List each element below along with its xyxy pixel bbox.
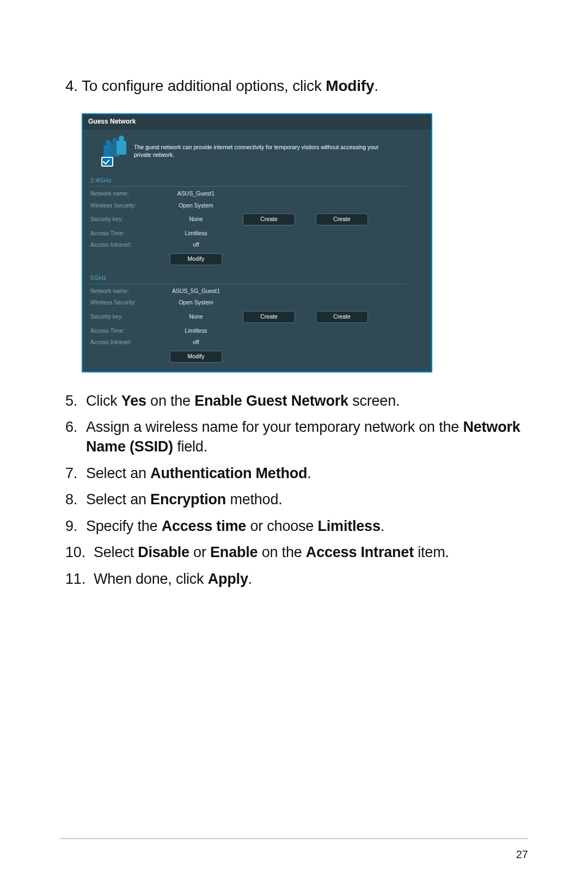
- step-text: When done, click Apply.: [94, 569, 252, 589]
- access-time-label: Access Time:: [90, 327, 156, 335]
- access-time-label: Access Time:: [90, 230, 156, 237]
- access-intranet-value: off: [163, 241, 229, 249]
- access-intranet-label: Access Intranet:: [90, 339, 156, 346]
- screenshot-description: The guest network can provide internet c…: [134, 144, 395, 158]
- screenshot-title: Guess Network: [83, 114, 431, 130]
- step-text: Select an Encryption method.: [86, 490, 283, 509]
- section-heading-5ghz: 5GHz: [90, 274, 406, 284]
- network-name-value: ASUS_Guest1: [163, 190, 229, 198]
- step-number: 8.: [65, 490, 86, 509]
- step-11: 11. When done, click Apply.: [65, 569, 528, 589]
- create-button[interactable]: Create: [243, 213, 295, 225]
- screenshot-header-row: The guest network can provide internet c…: [90, 133, 424, 173]
- wireless-security-value: Open System: [163, 299, 229, 307]
- access-time-value: Limitless: [163, 327, 229, 335]
- create-button[interactable]: Create: [243, 311, 295, 323]
- guest-network-icon: [91, 139, 126, 163]
- step-text: Select an Authentication Method.: [86, 463, 311, 483]
- step-4-suffix: .: [374, 77, 378, 94]
- network-name-value: ASUS_5G_Guest1: [163, 288, 229, 295]
- access-time-value: Limitless: [163, 230, 229, 237]
- access-intranet-value: off: [163, 339, 229, 346]
- security-key-label: Security key:: [90, 216, 156, 223]
- section-grid-24ghz: Network name: ASUS_Guest1 Wireless Secur…: [90, 187, 424, 266]
- step-4-bold: Modify: [326, 77, 374, 94]
- wireless-security-label: Wireless Security:: [90, 202, 156, 210]
- step-10: 10. Select Disable or Enable on the Acce…: [65, 542, 528, 562]
- modify-button[interactable]: Modify: [170, 351, 222, 363]
- step-5: 5. Click Yes on the Enable Guest Network…: [65, 391, 528, 411]
- page-number: 27: [516, 848, 528, 861]
- create-button[interactable]: Create: [316, 213, 368, 225]
- step-9: 9. Specify the Access time or choose Lim…: [65, 516, 528, 536]
- step-6: 6. Assign a wireless name for your tempo…: [65, 417, 528, 457]
- step-number: 9.: [65, 516, 86, 536]
- footer-rule: [60, 838, 528, 839]
- access-intranet-label: Access Intranet:: [90, 241, 156, 249]
- step-7: 7. Select an Authentication Method.: [65, 463, 528, 483]
- network-name-label: Network name:: [90, 190, 156, 198]
- step-number: 6.: [65, 417, 86, 457]
- modify-button[interactable]: Modify: [170, 253, 222, 265]
- step-text: Click Yes on the Enable Guest Network sc…: [86, 391, 400, 411]
- security-key-value: None: [163, 313, 229, 321]
- create-button[interactable]: Create: [316, 311, 368, 323]
- instruction-steps: 5. Click Yes on the Enable Guest Network…: [65, 391, 528, 589]
- section-heading-24ghz: 2.4GHz: [90, 176, 406, 187]
- step-number: 11.: [65, 569, 94, 589]
- step-number: 10.: [65, 542, 94, 562]
- security-key-label: Security key:: [90, 313, 156, 321]
- section-grid-5ghz: Network name: ASUS_5G_Guest1 Wireless Se…: [90, 284, 424, 364]
- step-4: 4. To configure additional options, clic…: [65, 76, 528, 96]
- manual-page: 4. To configure additional options, clic…: [0, 0, 588, 886]
- step-number: 7.: [65, 463, 86, 483]
- step-text: Specify the Access time or choose Limitl…: [86, 516, 384, 536]
- screenshot-body: The guest network can provide internet c…: [83, 130, 431, 371]
- network-name-label: Network name:: [90, 288, 156, 295]
- step-number: 5.: [65, 391, 86, 411]
- step-text: Select Disable or Enable on the Access I…: [94, 542, 449, 562]
- security-key-value: None: [163, 216, 229, 223]
- step-8: 8. Select an Encryption method.: [65, 490, 528, 509]
- router-screenshot: Guess Network The guest network can prov…: [82, 113, 432, 372]
- step-text: Assign a wireless name for your temporar…: [86, 417, 528, 457]
- step-4-prefix: 4. To configure additional options, clic…: [65, 77, 326, 94]
- wireless-security-value: Open System: [163, 202, 229, 210]
- wireless-security-label: Wireless Security:: [90, 299, 156, 307]
